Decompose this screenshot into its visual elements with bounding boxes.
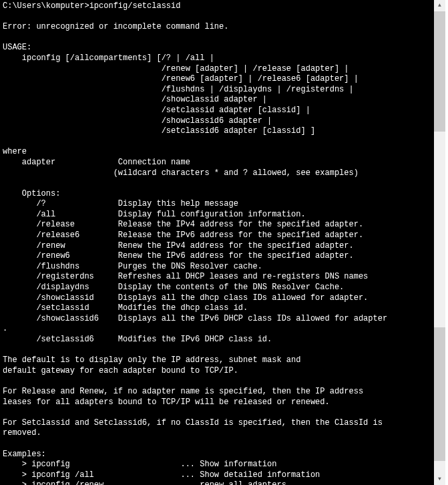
example-text: > ipconfig /renew ... renew all adapters [3, 480, 286, 485]
scrollbar-area: ▲ ▼ [434, 0, 448, 485]
option-text: /release Release the IPv4 address for th… [3, 220, 363, 229]
option-text: /renew Renew the IPv4 address for the sp… [3, 241, 354, 251]
usage-text: /setclassid6 adapter [classid] ] [3, 126, 315, 136]
scroll-down-arrow-icon[interactable]: ▼ [434, 474, 445, 485]
examples-header: Examples: [3, 450, 46, 459]
option-text: /all Display full configuration informat… [3, 210, 306, 219]
option-text: /renew6 Renew the IPv6 address for the s… [3, 251, 354, 261]
help-text: removed. [3, 428, 41, 438]
usage-header: USAGE: [3, 43, 31, 52]
example-text: > ipconfig ... Show information [3, 460, 276, 469]
terminal-output[interactable]: C:\Users\komputer>ipconfig/setclassid Er… [0, 0, 434, 485]
option-text: /displaydns Display the contents of the … [3, 283, 344, 292]
scrollbar-thumb[interactable] [434, 11, 445, 132]
scrollbar-track[interactable]: ▲ ▼ [434, 0, 445, 485]
where-text: adapter Connection name [3, 158, 190, 167]
option-text: /registerdns Refreshes all DHCP leases a… [3, 272, 368, 281]
option-text: /showclassid6 Displays all the IPv6 DHCP… [3, 314, 387, 323]
scroll-up-arrow-icon[interactable]: ▲ [434, 0, 445, 11]
help-text: For Setclassid and Setclassid6, if no Cl… [3, 418, 383, 428]
option-text: /setclassid6 Modifies the IPv6 DHCP clas… [3, 335, 272, 344]
options-header: Options: [3, 189, 60, 198]
option-text: . [3, 324, 7, 333]
usage-text: /renew [adapter] | /release [adapter] | [3, 64, 349, 73]
usage-text: /showclassid adapter | [3, 95, 267, 104]
usage-text: /setclassid adapter [classid] | [3, 106, 310, 115]
prompt: C:\Users\komputer> [3, 1, 89, 11]
help-text: default gateway for each adapter bound t… [3, 366, 238, 375]
scrollbar-thumb[interactable] [434, 327, 445, 461]
where-text: (wildcard characters * and ? allowed, se… [3, 168, 359, 178]
help-text: For Release and Renew, if no adapter nam… [3, 387, 363, 396]
option-text: /setclassid Modifies the dhcp class id. [3, 303, 248, 313]
option-text: /flushdns Purges the DNS Resolver cache. [3, 262, 262, 271]
usage-text: /flushdns | /displaydns | /registerdns | [3, 85, 354, 94]
example-text: > ipconfig /all ... Show detailed inform… [3, 470, 320, 480]
error-text: Error: unrecognized or incomplete comman… [3, 22, 228, 31]
option-text: /release6 Release the IPv6 address for t… [3, 230, 363, 240]
help-text: The default is to display only the IP ad… [3, 355, 300, 365]
usage-text: /renew6 [adapter] | /release6 [adapter] … [3, 74, 359, 84]
usage-text: /showclassid6 adapter | [3, 116, 272, 126]
where-header: where [3, 147, 27, 156]
outer-scrollbar [445, 0, 448, 485]
usage-text: ipconfig [/allcompartments] [/? | /all | [3, 53, 214, 63]
typed-command: ipconfig/setclassid [89, 1, 181, 11]
help-text: leases for all adapters bound to TCP/IP … [3, 397, 330, 407]
option-text: /showclassid Displays all the dhcp class… [3, 293, 368, 303]
option-text: /? Display this help message [3, 199, 238, 208]
